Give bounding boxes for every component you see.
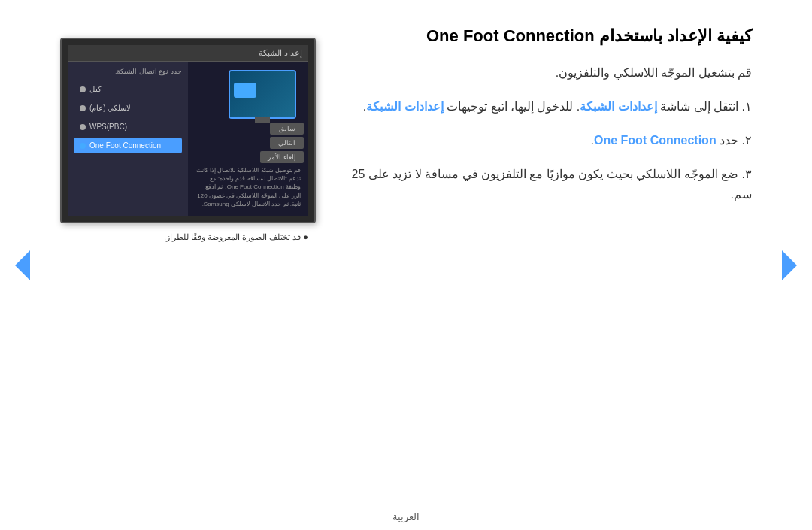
router-icon (234, 83, 256, 98)
ui-mockup: إعداد الشبكة حدد نوع اتصال الشبكة. كبل ل… (60, 38, 316, 223)
footer: العربية (0, 511, 812, 522)
right-panel: كيفية الإعداد باستخدام One Foot Connecti… (331, 15, 767, 485)
menu-item-cable[interactable]: كبل (74, 81, 182, 97)
tv-image (229, 70, 296, 119)
step-3-num: ٣. (738, 168, 752, 180)
step-2-num: ٢. (738, 134, 752, 147)
step-1-highlight2: إعدادات الشبكة (366, 100, 443, 113)
svg-marker-0 (15, 250, 30, 280)
dot-wps (80, 124, 86, 130)
page-title: كيفية الإعداد باستخدام One Foot Connecti… (346, 26, 752, 46)
prev-arrow-button[interactable] (8, 247, 38, 284)
mockup-header: إعداد الشبكة (68, 45, 308, 62)
step-2: ٢. حدد One Foot Connection. (346, 130, 752, 150)
mockup-buttons: سابق التالي إلغاء الأمر (260, 123, 304, 163)
menu-item-ofc[interactable]: One Foot Connection (74, 138, 182, 153)
step-3-text: ضع الموجّه اللاسلكي بحيث يكون موازيًا مع… (352, 168, 752, 201)
menu-item-wps-label: WPS(PBC) (89, 123, 127, 131)
svg-marker-1 (782, 250, 797, 280)
mockup-cancel-btn[interactable]: إلغاء الأمر (260, 151, 304, 163)
mockup-body: حدد نوع اتصال الشبكة. كبل لاسلكي (عام) W… (68, 62, 308, 216)
mockup-next-btn[interactable]: التالي (270, 137, 304, 149)
step-3: ٣. ضع الموجّه اللاسلكي بحيث يكون موازيًا… (346, 164, 752, 204)
step-1-text2: . للدخول إليها، اتبع توجيهات (444, 100, 580, 113)
menu-item-wireless-label: لاسلكي (عام) (89, 104, 131, 112)
step-1-text1: انتقل إلى شاشة (657, 100, 738, 113)
next-arrow-button[interactable] (774, 247, 804, 284)
footer-language: العربية (392, 511, 420, 522)
intro-text: قم بتشغيل الموجّه اللاسلكي والتلفزيون. (346, 63, 752, 83)
mockup-sidebar: حدد نوع اتصال الشبكة. كبل لاسلكي (عام) W… (68, 62, 188, 216)
dot-ofc (80, 143, 86, 149)
content-area: إعداد الشبكة حدد نوع اتصال الشبكة. كبل ل… (38, 0, 774, 500)
mockup-note: قد تختلف الصورة المعروضة وفقًا للطراز. (68, 232, 308, 242)
dot-wireless (80, 105, 86, 111)
mockup-main: سابق التالي إلغاء الأمر قم بتوصيل شبكة ا… (188, 62, 308, 216)
menu-item-wireless[interactable]: لاسلكي (عام) (74, 100, 182, 116)
menu-item-cable-label: كبل (89, 85, 102, 93)
step-1-num: ١. (738, 100, 752, 113)
step-1: ١. انتقل إلى شاشة إعدادات الشبكة. للدخول… (346, 96, 752, 117)
mockup-sidebar-label: حدد نوع اتصال الشبكة. (74, 68, 182, 75)
tv-screen (230, 71, 295, 117)
step-2-text: حدد (717, 134, 738, 147)
mockup-prev-btn[interactable]: سابق (270, 123, 304, 135)
menu-item-wps[interactable]: WPS(PBC) (74, 119, 182, 135)
mockup-description: قم بتوصيل شبكة اللاسلكية للاتصال إذا كان… (192, 163, 304, 211)
page-title-english: One Foot Connection (426, 26, 595, 45)
left-panel: إعداد الشبكة حدد نوع اتصال الشبكة. كبل ل… (45, 15, 331, 485)
step-1-highlight1: إعدادات الشبكة (580, 100, 656, 113)
menu-item-ofc-label: One Foot Connection (89, 141, 161, 150)
dot-cable (80, 86, 86, 92)
step-2-highlight: One Foot Connection (594, 134, 717, 147)
page-title-arabic: كيفية الإعداد باستخدام (595, 26, 752, 45)
